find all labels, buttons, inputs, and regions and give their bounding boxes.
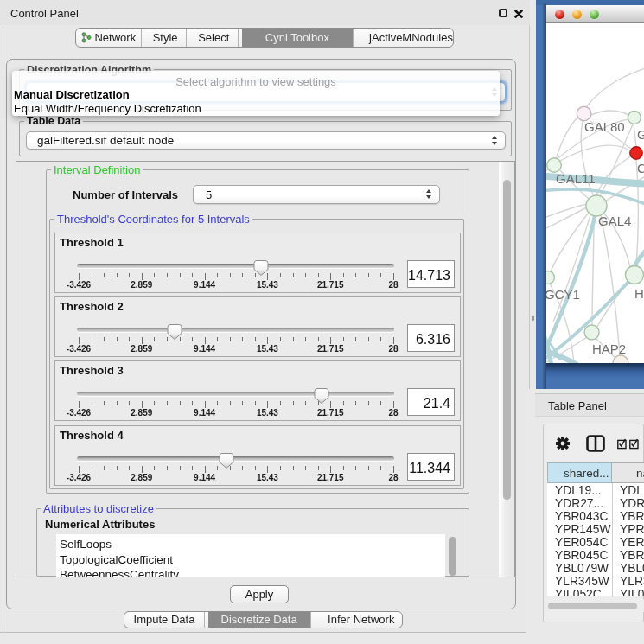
- svg-text:HAP2: HAP2: [592, 341, 626, 356]
- svg-text:GA: GA: [637, 127, 644, 142]
- svg-text:GCY1: GCY1: [546, 287, 580, 302]
- svg-text:GAL80: GAL80: [584, 119, 625, 134]
- svg-text:C: C: [637, 161, 644, 175]
- svg-text:GAL4: GAL4: [598, 214, 631, 228]
- svg-text:GAL11: GAL11: [556, 171, 596, 186]
- svg-text:H: H: [634, 286, 644, 301]
